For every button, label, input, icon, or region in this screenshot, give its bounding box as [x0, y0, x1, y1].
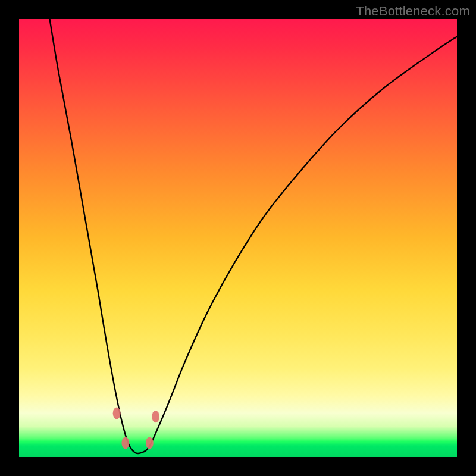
curve-layer: [19, 19, 457, 457]
plot-area: [19, 19, 457, 457]
marker-right-upper: [152, 411, 159, 422]
marker-left-upper: [113, 407, 121, 419]
watermark-text: TheBottleneck.com: [356, 4, 470, 19]
bottleneck-curve: [50, 19, 457, 453]
curve-markers: [113, 407, 159, 449]
marker-left-lower: [121, 437, 129, 449]
marker-right-lower: [146, 437, 154, 449]
chart-frame: TheBottleneck.com: [0, 0, 476, 476]
